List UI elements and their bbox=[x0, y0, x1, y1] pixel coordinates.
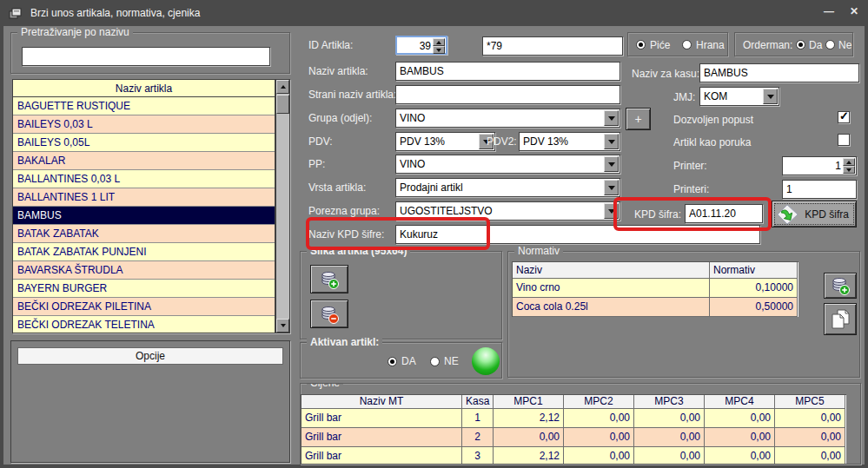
normativ-cell[interactable]: 0,10000 bbox=[710, 279, 798, 298]
orderman-ne-radio[interactable] bbox=[825, 40, 835, 49]
grupa-dropdown[interactable]: VINO bbox=[395, 109, 620, 128]
pice-radio[interactable] bbox=[636, 40, 646, 49]
list-item[interactable]: BEČKI ODREZAK TELETINA bbox=[13, 316, 275, 333]
list-item[interactable]: BAKALAR bbox=[13, 152, 275, 170]
vrsta-artikla-dropdown[interactable]: Prodajni artikl bbox=[395, 178, 620, 197]
artikl-kao-poruka-checkbox[interactable] bbox=[838, 134, 850, 146]
spin-down-button[interactable] bbox=[433, 46, 445, 54]
minimize-button[interactable]: — bbox=[819, 5, 838, 21]
list-item[interactable]: BAGUETTE RUSTIQUE bbox=[13, 97, 275, 115]
search-group-label: Pretraživanje po nazivu bbox=[17, 26, 133, 38]
normativ-cell[interactable]: Vino crno bbox=[513, 279, 710, 298]
normativ-copy-button[interactable] bbox=[824, 303, 857, 335]
cijene-cell[interactable]: 0,00 bbox=[494, 428, 564, 447]
dropdown-button[interactable] bbox=[604, 180, 619, 195]
cijene-cell[interactable]: 0,00 bbox=[775, 409, 845, 428]
cijene-cell[interactable]: 0,00 bbox=[705, 447, 775, 465]
cijene-cell[interactable]: 0,00 bbox=[775, 447, 845, 465]
cijene-cell[interactable]: Grill bar bbox=[301, 409, 462, 428]
dropdown-button[interactable] bbox=[604, 110, 619, 126]
list-item[interactable]: BEČKI ODREZAK PILETINA bbox=[13, 298, 275, 316]
dropdown-button[interactable] bbox=[604, 203, 619, 219]
search-input[interactable] bbox=[22, 47, 270, 66]
spin-up-icon bbox=[436, 41, 441, 44]
cijene-cell[interactable]: 0,00 bbox=[634, 428, 705, 447]
cijene-cell[interactable]: 0,00 bbox=[705, 409, 775, 428]
cijene-cell[interactable]: 0,00 bbox=[564, 409, 634, 428]
cijene-cell[interactable]: 0,00 bbox=[705, 428, 775, 447]
pp-value: VINO bbox=[400, 158, 425, 170]
sifra-input[interactable]: *79 bbox=[482, 36, 623, 56]
list-item[interactable]: BAILEYS 0,03 L bbox=[13, 115, 275, 134]
slika-artikla-group: Slika artikla (95x64) bbox=[300, 251, 502, 339]
cijene-cell[interactable]: 3 bbox=[462, 447, 494, 465]
orderman-da-label: Da bbox=[809, 39, 822, 51]
image-add-button[interactable] bbox=[310, 265, 348, 293]
database-add-icon bbox=[831, 276, 850, 295]
list-item[interactable]: BATAK ZABATAK PUNJENI bbox=[13, 243, 275, 261]
list-item[interactable]: BAYERN BURGER bbox=[13, 280, 275, 298]
naziv-kpd-sifre-input[interactable]: Kukuruz bbox=[395, 225, 760, 244]
pdv2-dropdown[interactable]: PDV 13% bbox=[519, 132, 620, 151]
cijene-cell[interactable]: 0,00 bbox=[564, 447, 634, 465]
pp-dropdown[interactable]: VINO bbox=[395, 155, 620, 174]
spin-up-button[interactable] bbox=[843, 158, 855, 166]
image-remove-button[interactable] bbox=[310, 300, 348, 328]
kpd-sifra-button[interactable]: KPD šifra bbox=[772, 201, 857, 227]
hrana-label: Hrana bbox=[696, 39, 725, 51]
strani-naziv-input[interactable] bbox=[395, 85, 620, 104]
kpd-sifra-button-label: KPD šifra bbox=[805, 208, 849, 221]
printer-value: 1 bbox=[835, 160, 841, 172]
list-item-selected[interactable]: BAMBUS bbox=[13, 207, 275, 225]
orderman-da-radio[interactable] bbox=[796, 40, 805, 49]
cijene-cell[interactable]: Grill bar bbox=[301, 428, 462, 447]
cijene-cell[interactable]: 2,12 bbox=[494, 447, 564, 465]
printer-spinner[interactable]: 1 bbox=[782, 156, 857, 175]
jmj-dropdown[interactable]: KOM bbox=[699, 87, 779, 106]
pdv-dropdown[interactable]: PDV 13% bbox=[395, 132, 495, 151]
porezna-grupa-label: Porezna grupa: bbox=[308, 205, 380, 217]
cijene-col: MPC2 bbox=[564, 395, 634, 409]
porezna-grupa-dropdown[interactable]: UGOSTITELJSTVO bbox=[395, 201, 620, 221]
grupa-value: VINO bbox=[400, 112, 425, 124]
cijene-cell[interactable]: 2,12 bbox=[494, 409, 564, 428]
add-group-button[interactable]: + bbox=[626, 108, 651, 130]
list-item[interactable]: BATAK ZABATAK bbox=[13, 225, 275, 243]
dropdown-button[interactable] bbox=[604, 156, 619, 172]
aktivan-da-radio[interactable] bbox=[388, 357, 397, 366]
hrana-radio[interactable] bbox=[682, 40, 692, 49]
dropdown-button[interactable] bbox=[604, 134, 619, 149]
cijene-cell[interactable]: 0,00 bbox=[564, 428, 634, 447]
spin-up-button[interactable] bbox=[433, 38, 445, 46]
cijene-cell[interactable]: 0,00 bbox=[634, 409, 705, 428]
list-item[interactable]: BAILEYS 0,05L bbox=[13, 134, 275, 152]
scroll-down-button[interactable] bbox=[276, 319, 289, 333]
normativ-add-button[interactable] bbox=[824, 273, 857, 299]
id-artikla-spinner[interactable]: 39 bbox=[395, 36, 447, 55]
naziv-za-kasu-input[interactable]: BAMBUS bbox=[699, 63, 859, 82]
list-item[interactable]: BALLANTINES 0,03 L bbox=[13, 170, 275, 188]
normativ-cell[interactable]: 0,50000 bbox=[710, 298, 798, 317]
scroll-thumb[interactable] bbox=[276, 95, 289, 114]
normativ-cell[interactable]: Coca cola 0.25l bbox=[513, 298, 710, 317]
list-scrollbar[interactable] bbox=[275, 79, 290, 333]
cijene-cell[interactable]: 0,00 bbox=[775, 428, 845, 447]
kpd-sifra-input[interactable]: A01.11.20 bbox=[685, 204, 763, 223]
dropdown-button[interactable] bbox=[763, 89, 778, 104]
cijene-cell[interactable]: 1 bbox=[462, 409, 494, 428]
scroll-up-button[interactable] bbox=[276, 80, 289, 94]
aktivan-ne-radio[interactable] bbox=[430, 357, 440, 366]
naziv-artikla-input[interactable]: BAMBUS bbox=[395, 62, 620, 81]
printeri-input[interactable]: 1 bbox=[782, 180, 857, 199]
chevron-down-icon bbox=[608, 116, 615, 121]
cijene-cell[interactable]: 2 bbox=[462, 428, 494, 447]
dozvoljen-popust-checkbox[interactable]: ✓ bbox=[838, 111, 850, 123]
cijene-cell[interactable]: Grill bar bbox=[301, 447, 462, 465]
cijene-cell[interactable]: 0,00 bbox=[634, 447, 705, 465]
cijene-col: MPC4 bbox=[705, 395, 775, 409]
close-button[interactable]: ✕ bbox=[845, 5, 864, 21]
list-item[interactable]: BAVARSKA ŠTRUDLA bbox=[13, 261, 275, 280]
spin-down-button[interactable] bbox=[843, 166, 855, 174]
spin-down-icon bbox=[436, 49, 441, 52]
list-item[interactable]: BALLANTINES 1 LIT bbox=[13, 188, 275, 207]
